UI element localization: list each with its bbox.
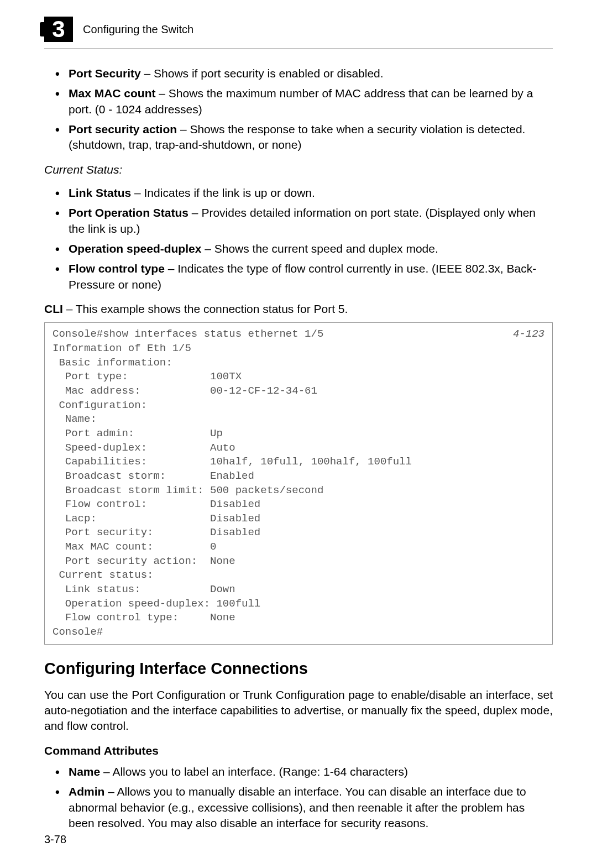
term: Max MAC count [69, 87, 156, 100]
list-item: Link Status – Indicates if the link is u… [55, 185, 553, 201]
term: Port Operation Status [69, 206, 188, 219]
term: Operation speed-duplex [69, 242, 201, 255]
security-attribute-list: Port Security – Shows if port security i… [44, 66, 553, 153]
code-page-ref: 4-123 [513, 327, 544, 342]
list-item: Max MAC count – Shows the maximum number… [55, 86, 553, 117]
current-status-label: Current Status: [44, 162, 553, 177]
chapter-number: 3 [52, 18, 65, 41]
status-attribute-list: Link Status – Indicates if the link is u… [44, 185, 553, 292]
term: Flow control type [69, 262, 165, 275]
list-item: Name – Allows you to label an interface.… [55, 764, 553, 780]
list-item: Flow control type – Indicates the type o… [55, 261, 553, 292]
term: Port security action [69, 123, 177, 135]
page-content: Port Security – Shows if port security i… [44, 66, 553, 831]
desc: – Shows the current speed and duplex mod… [201, 242, 438, 255]
list-item: Port Security – Shows if port security i… [55, 66, 553, 81]
list-item: Operation speed-duplex – Shows the curre… [55, 241, 553, 257]
command-attributes-heading: Command Attributes [44, 743, 553, 759]
desc: – Allows you to label an interface. (Ran… [100, 765, 408, 778]
command-attribute-list: Name – Allows you to label an interface.… [44, 764, 553, 831]
list-item: Port security action – Shows the respons… [55, 122, 553, 153]
code-body: Console#show interfaces status ethernet … [53, 328, 412, 637]
header-title: Configuring the Switch [83, 23, 193, 36]
chapter-icon: 3 [44, 17, 73, 42]
desc: – Indicates if the link is up or down. [131, 186, 315, 199]
section-paragraph: You can use the Port Configuration or Tr… [44, 687, 553, 734]
desc: – Allows you to manually disable an inte… [69, 785, 526, 829]
section-heading: Configuring Interface Connections [44, 658, 553, 679]
list-item: Admin – Allows you to manually disable a… [55, 784, 553, 831]
page-header: 3 Configuring the Switch [44, 17, 553, 49]
page-number: 3-78 [44, 833, 66, 846]
cli-desc: – This example shows the connection stat… [63, 302, 348, 315]
cli-label: CLI [44, 302, 63, 315]
cli-note: CLI – This example shows the connection … [44, 301, 553, 317]
term: Link Status [69, 186, 131, 199]
list-item: Port Operation Status – Provides detaile… [55, 205, 553, 237]
term: Name [69, 765, 100, 778]
cli-output-block: 4-123Console#show interfaces status ethe… [44, 322, 553, 644]
term: Port Security [69, 67, 141, 80]
term: Admin [69, 785, 104, 798]
desc: – Shows if port security is enabled or d… [141, 67, 384, 80]
